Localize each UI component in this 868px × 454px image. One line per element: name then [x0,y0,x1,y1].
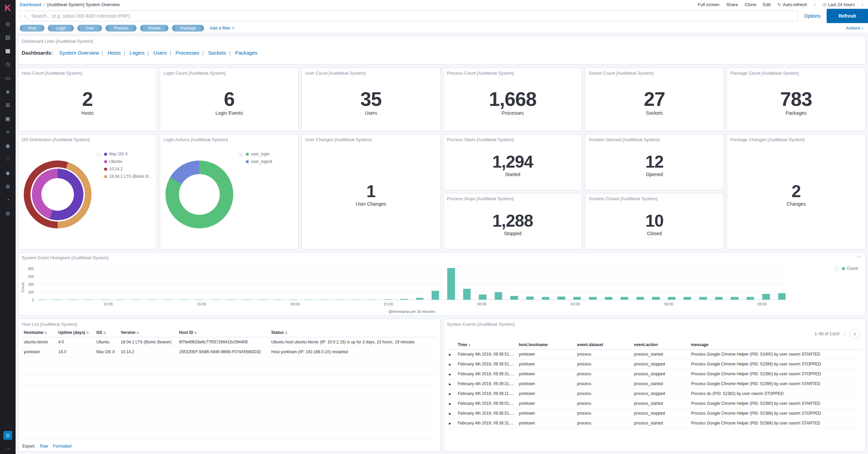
column-header-uptime[interactable]: Uptime (days)⇅ [57,328,95,337]
legend-item[interactable]: Count [842,266,858,271]
panel-menu-button[interactable]: ⋯ [856,254,862,260]
login-actions-donut[interactable] [165,160,233,228]
sidebar-item-infrastructure[interactable]: ▣ [0,112,16,125]
legend-item[interactable]: 10.14.2 [104,167,155,171]
histogram-bar[interactable] [416,298,423,300]
filter-pill-socket[interactable]: Socket [140,25,169,32]
histogram-bar[interactable] [542,297,549,300]
query-options-link[interactable]: Options [804,13,821,19]
histogram-bar[interactable] [510,296,518,300]
legend-toggle-button[interactable]: › [96,152,102,157]
histogram-bar[interactable] [762,294,770,300]
link-users[interactable]: Users [153,50,166,56]
legend-item[interactable]: Mac OS X [104,152,155,156]
legend-item[interactable]: user_logout [246,159,272,164]
previous-page-button[interactable]: ‹ [844,330,846,338]
expand-row-button[interactable]: ▶ [449,402,451,405]
export-raw-link[interactable]: Raw [40,444,48,449]
histogram-bar[interactable] [699,297,707,300]
sidebar-item-maps[interactable]: ◈ [0,84,16,98]
histogram-bar[interactable] [400,299,408,300]
link-processes[interactable]: Processes [176,50,199,56]
histogram-bar[interactable] [557,297,565,300]
link-packages[interactable]: Packages [235,50,257,56]
column-header-host-id[interactable]: Host ID⇅ [178,328,270,337]
histogram-bar[interactable] [479,295,486,300]
sidebar-item-dashboard[interactable]: ▦ [0,44,16,57]
next-page-button[interactable]: › [850,329,860,339]
sidebar-item-canvas[interactable]: ▭ [0,71,16,84]
column-header-event-action[interactable]: event.action [633,340,690,349]
histogram-bar[interactable] [463,289,471,300]
legend-toggle-button[interactable]: › [238,152,243,157]
column-header-os[interactable]: OS⇅ [95,328,119,337]
space-avatar[interactable]: D [3,431,12,440]
event-row[interactable]: ▶ February 4th 2019, 09:39:31.199 yorkto… [448,369,861,379]
column-header-hostname[interactable]: Hostname⇅ [22,328,57,337]
histogram-bar[interactable] [652,297,659,300]
link-hosts[interactable]: Hosts [108,50,121,56]
expand-row-button[interactable]: ▶ [449,353,451,356]
column-header-host-hostname[interactable]: host.hostname [517,340,576,349]
link-sockets[interactable]: Sockets [208,50,226,56]
sidebar-item-logs[interactable]: ≡ [0,125,16,139]
column-header-status[interactable]: Status⇅ [270,328,436,337]
filter-pill-login[interactable]: Login [48,25,74,32]
histogram-bar[interactable] [636,297,644,300]
event-row[interactable]: ▶ February 4th 2019, 09:39:51.199 yorkto… [448,359,861,369]
histogram-bar[interactable] [384,299,392,300]
histogram-bar[interactable] [684,297,691,300]
dashboard-actions-button[interactable]: Actions › [846,25,863,31]
column-header-message[interactable]: message [690,340,861,349]
sidebar-item-uptime[interactable]: ♡ [0,152,16,166]
expand-row-button[interactable]: ▶ [449,392,451,396]
link-logins[interactable]: Logins [130,50,144,56]
expand-row-button[interactable]: ▶ [449,382,451,386]
histogram-bar[interactable] [668,297,675,300]
sidebar-item-graph[interactable]: ◆ [0,166,16,179]
sidebar-item-discover[interactable]: ◎ [0,17,16,30]
filter-pill-process[interactable]: Process [105,25,136,32]
event-row[interactable]: ▶ February 4th 2019, 09:39:11.198 yorkto… [448,389,861,399]
legend-toggle-button[interactable]: › [834,266,839,271]
share-button[interactable]: Share [726,2,738,7]
legend-item[interactable]: user_login [246,152,272,156]
expand-row-button[interactable]: ▶ [449,363,451,366]
histogram-bar[interactable] [526,297,534,300]
column-header-event-dataset[interactable]: event.dataset [576,340,633,349]
filter-pill-package[interactable]: Package [172,25,204,32]
sidebar-item-management[interactable]: ⚙ [0,207,16,220]
sidebar-item-apm[interactable]: ◉ [0,139,16,152]
sidebar-item-dev-tools[interactable]: ⊗ [0,179,16,193]
time-picker-button[interactable]: ◷ Last 24 hours [823,2,855,7]
histogram-bar[interactable] [778,293,786,300]
link-system-overview[interactable]: System Overview [59,50,99,56]
sidebar-collapse-icon[interactable]: → [5,445,10,451]
sidebar-item-timelion[interactable]: ◷ [0,57,16,71]
filter-pill-host[interactable]: Host [20,25,44,32]
histogram-bar[interactable] [432,291,439,300]
filter-pill-user[interactable]: User [77,25,102,32]
kibana-logo[interactable]: K [5,3,11,13]
column-header-time[interactable]: Time▼ [456,340,517,349]
sidebar-item-monitoring[interactable]: ◔ [0,193,16,207]
expand-row-button[interactable]: ▶ [449,422,451,425]
expand-row-button[interactable]: ▶ [449,412,451,415]
time-back-button[interactable]: ‹ [814,1,815,7]
search-input[interactable] [32,13,794,19]
refresh-button[interactable]: Refresh [827,9,868,23]
sidebar-item-machine-learning[interactable]: ⊞ [0,98,16,112]
legend-item[interactable]: 18.04.1 LTS (Bionic Beaver) [104,174,155,179]
os-distribution-donut[interactable] [24,160,92,228]
histogram-bar[interactable] [715,297,723,300]
histogram-bar[interactable] [747,297,754,300]
histogram-bar[interactable] [495,292,502,300]
clone-button[interactable]: Clone [745,2,756,7]
column-header-version[interactable]: Version⇅ [119,328,178,337]
event-row[interactable]: ▶ February 4th 2019, 09:39:01.196 yorkto… [448,399,861,409]
edit-button[interactable]: Edit [763,2,770,7]
event-row[interactable]: ▶ February 4th 2019, 09:39:51.199 yorkto… [448,349,861,359]
event-row[interactable]: ▶ February 4th 2019, 09:38:31.195 yorkto… [448,418,861,428]
histogram-bar[interactable] [573,297,581,300]
legend-item[interactable]: Ubuntu [104,159,155,164]
